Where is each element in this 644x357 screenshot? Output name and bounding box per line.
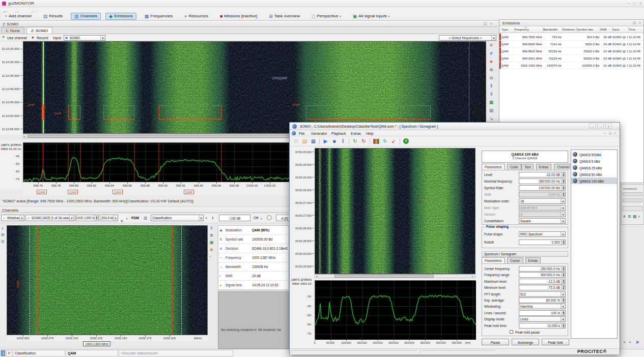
back-icon[interactable]: ◂ — [623, 340, 625, 344]
spin-buttons[interactable] — [561, 266, 565, 271]
zoom-in-icon[interactable]: ⊕ — [488, 67, 495, 72]
minimize-icon[interactable]: ─ — [627, 2, 630, 5]
spin-buttons[interactable] — [561, 273, 565, 277]
bandwidth-cursor-line[interactable] — [30, 226, 30, 335]
arrow-down-icon[interactable]: ⇓ — [1, 226, 4, 230]
somo-spectrum-plot[interactable] — [315, 280, 475, 339]
button-pause[interactable]: Pause — [482, 339, 509, 345]
spin-up-icon[interactable] — [563, 280, 565, 281]
spin-up-icon[interactable] — [563, 180, 565, 181]
histogram-icon[interactable]: ▦ — [210, 240, 214, 245]
column-header-time[interactable]: Time — [629, 28, 642, 31]
input-select[interactable]: ▣ SOMO▾ — [64, 35, 105, 41]
bandwidth-cursor-line[interactable] — [181, 226, 182, 335]
scroll-right-icon[interactable]: ▸ — [472, 275, 473, 278]
channel-selector-dropdown[interactable]: ▪SOMO [402] [1 of 16 used]▾ — [25, 215, 74, 221]
minimize-icon[interactable]: ─ — [589, 124, 596, 129]
refresh-icon[interactable]: ↻ — [382, 138, 389, 144]
chevron-down-icon[interactable]: ▾ — [388, 15, 390, 18]
param-spinner-rolloff[interactable]: 0.500 — [519, 240, 566, 245]
arrows-vertical-icon[interactable]: ⇕ — [488, 92, 495, 97]
zoom-out-icon[interactable]: ⊖ — [488, 75, 495, 80]
table-row[interactable]: QAM1000.1300 MHz140076 Hz100000.0 Bd22 d… — [499, 62, 643, 69]
spin-buttons[interactable] — [94, 215, 98, 221]
bottom-bar-cell-2[interactable]: Classification — [13, 350, 65, 356]
tab-code[interactable]: Code — [507, 164, 521, 170]
button-autorange[interactable]: Autorange — [512, 339, 539, 345]
toolbar-button-perspective[interactable]: ◻Perspective▾ — [308, 13, 345, 20]
spin-buttons[interactable] — [561, 186, 565, 190]
param-dropdown-windowing[interactable]: Hanning▾ — [519, 304, 566, 309]
bottom-bar-cell-0[interactable]: 1 — [1, 350, 6, 356]
bottom-bar-cell-3[interactable]: QAM — [66, 350, 118, 356]
dial-icon[interactable] — [267, 215, 272, 220]
column-header-type[interactable]: Type — [501, 28, 514, 31]
spin-down-icon[interactable] — [563, 269, 565, 271]
param-spinner-exp-average[interactable]: 80.000 % — [519, 298, 566, 303]
toolbar-button-all-signal-inputs[interactable]: ▣All signal inputs▾ — [349, 13, 394, 20]
mdi-minimize-icon[interactable]: ─ — [604, 132, 606, 135]
spin-down-icon[interactable] — [563, 313, 565, 315]
pause-blue-icon[interactable]: ‖ — [212, 216, 213, 220]
main-waterfall[interactable]: QAMQAMQAMCN1|QAM — [23, 41, 486, 134]
somo-titlebar[interactable]: SOMO - C:/Users/brandm/Desktop/Classifie… — [290, 123, 620, 130]
param-spinner-shift[interactable]: 0.00 Hz — [519, 192, 566, 197]
gear-icon[interactable]: ∗ — [120, 219, 124, 223]
column-header-bandwidth[interactable]: Bandwidth — [543, 28, 562, 31]
table-row[interactable]: ◉ModulationQAM (80%) — [218, 226, 289, 235]
marker-arrow-icon[interactable]: ↙ — [390, 138, 398, 144]
chevron-down-icon[interactable]: ▾ — [261, 217, 262, 220]
tab-1-none[interactable]: 1: None — [1, 27, 24, 34]
tab-extras[interactable]: Extras — [525, 257, 541, 263]
spin-down-icon[interactable] — [563, 243, 565, 244]
gear-icon[interactable]: ∗ — [623, 214, 626, 219]
table-row[interactable]: ~Frequency1000.1287 MHz — [218, 253, 289, 262]
scroll-thumb[interactable] — [334, 275, 434, 278]
spin-up-icon[interactable] — [563, 299, 565, 300]
tab-extras[interactable]: Extras — [536, 164, 551, 170]
scroll-left-icon[interactable]: ◂ — [24, 135, 25, 138]
toolbar-button-emissions[interactable]: ◆Emissions — [105, 13, 136, 20]
close-red-icon[interactable]: × — [638, 214, 640, 219]
list-icon[interactable]: ≣ — [628, 214, 631, 219]
float-icon[interactable]: ◱ — [484, 22, 487, 25]
tab-text[interactable]: Text — [521, 164, 534, 170]
somo-menu-generator[interactable]: Generator — [311, 132, 327, 135]
param-spinner-lines-second[interactable]: 100 /s — [519, 310, 566, 316]
chevron-down-icon[interactable]: ▾ — [126, 217, 128, 220]
param-spinner-symbol-rate[interactable]: 100'000.00 Bd — [519, 185, 566, 191]
layers-icon[interactable]: ▥ — [1, 240, 5, 244]
param-spinner-frequency-range[interactable]: 500'000.0 Hz — [519, 272, 566, 278]
spin-up-icon[interactable] — [563, 311, 565, 313]
key-icon[interactable]: ◉ — [210, 247, 213, 252]
param-dropdown-mod-type[interactable]: ASK4PSK4▾ — [519, 205, 566, 211]
play-icon[interactable]: ▶ — [322, 138, 329, 144]
spin-buttons[interactable] — [561, 240, 565, 245]
somo-menu-file[interactable]: File — [299, 132, 304, 135]
param-spinner-level[interactable]: -10.00 dB — [519, 172, 566, 177]
off-toggle[interactable]: Off — [254, 216, 258, 220]
table-add-icon[interactable]: ▦ — [633, 214, 637, 219]
table-row[interactable]: ▪SNR24 dB — [218, 272, 289, 281]
maximize-icon[interactable]: □ — [597, 124, 604, 129]
bottom-bar-cell-1[interactable]: F — [6, 350, 12, 356]
table-row[interactable]: QAM999.7650 MHz793 Hz500.0 Bd30 dBSOMO @… — [499, 34, 643, 41]
param-dropdown-display-mode[interactable]: Lines▾ — [519, 316, 566, 322]
close-icon[interactable]: × — [639, 2, 641, 5]
spin-buttons[interactable] — [561, 192, 565, 197]
table-row[interactable]: ●Signal time14.05.24 11:10:52 — [218, 281, 289, 290]
somo-menu-help[interactable]: Help — [366, 132, 373, 135]
spin-up-icon[interactable] — [563, 193, 565, 194]
list-item-qam16-25-kbd[interactable]: QAM16 25 kBd — [571, 164, 617, 171]
spin-buttons[interactable] — [561, 285, 565, 290]
param-dropdown-version[interactable]: A▾ — [519, 212, 566, 217]
histogram-delete-icon[interactable]: ▦ — [488, 108, 495, 113]
spin-down-icon[interactable] — [563, 301, 565, 302]
list-item-qam16-5-kbd[interactable]: QAM16 5 kBd — [571, 158, 617, 164]
bottom-bar-cell-4[interactable]: <Decoder status/result> — [119, 350, 233, 356]
channel-waterfall[interactable]: QAM — [7, 225, 208, 335]
param-dropdown-constellation[interactable]: Square▾ — [519, 218, 566, 224]
task-dropdown[interactable]: Classification▾ — [151, 215, 204, 221]
somo-menu-extras[interactable]: Extras — [351, 132, 361, 135]
spin-down-icon[interactable] — [563, 188, 565, 190]
